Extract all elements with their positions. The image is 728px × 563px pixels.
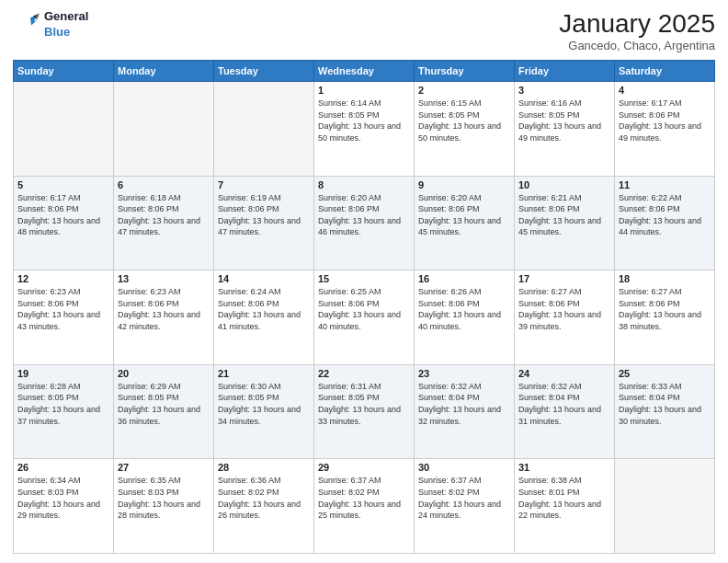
day-info: Sunrise: 6:24 AMSunset: 8:06 PMDaylight:… — [218, 287, 301, 331]
day-number: 21 — [218, 368, 310, 379]
day-number: 10 — [518, 179, 610, 190]
day-number: 28 — [218, 462, 310, 473]
table-row: 7 Sunrise: 6:19 AMSunset: 8:06 PMDayligh… — [214, 176, 314, 270]
weekday-header-row: Sunday Monday Tuesday Wednesday Thursday… — [14, 61, 715, 82]
day-info: Sunrise: 6:17 AMSunset: 8:06 PMDaylight:… — [619, 98, 701, 143]
day-number: 1 — [318, 85, 410, 96]
day-info: Sunrise: 6:15 AMSunset: 8:05 PMDaylight:… — [418, 98, 501, 143]
day-info: Sunrise: 6:14 AMSunset: 8:05 PMDaylight:… — [318, 98, 401, 143]
calendar-week-row: 19 Sunrise: 6:28 AMSunset: 8:05 PMDaylig… — [14, 364, 715, 459]
table-row: 10 Sunrise: 6:21 AMSunset: 8:06 PMDaylig… — [515, 176, 615, 270]
table-row: 13 Sunrise: 6:23 AMSunset: 8:06 PMDaylig… — [114, 270, 214, 365]
month-title: January 2025 — [559, 9, 715, 39]
day-number: 19 — [17, 368, 109, 379]
table-row: 15 Sunrise: 6:25 AMSunset: 8:06 PMDaylig… — [314, 270, 415, 365]
day-number: 13 — [118, 273, 210, 284]
calendar-week-row: 26 Sunrise: 6:34 AMSunset: 8:03 PMDaylig… — [14, 459, 715, 554]
table-row: 11 Sunrise: 6:22 AMSunset: 8:06 PMDaylig… — [615, 176, 715, 270]
calendar-week-row: 12 Sunrise: 6:23 AMSunset: 8:06 PMDaylig… — [14, 270, 715, 365]
title-section: January 2025 Gancedo, Chaco, Argentina — [559, 9, 715, 52]
day-info: Sunrise: 6:27 AMSunset: 8:06 PMDaylight:… — [619, 287, 701, 331]
table-row — [615, 459, 715, 554]
day-number: 12 — [17, 273, 109, 284]
day-number: 24 — [518, 368, 610, 379]
day-number: 31 — [518, 462, 610, 473]
day-number: 20 — [118, 368, 210, 379]
day-number: 9 — [418, 179, 510, 190]
day-info: Sunrise: 6:38 AMSunset: 8:01 PMDaylight:… — [518, 476, 601, 520]
day-number: 3 — [518, 85, 610, 96]
table-row: 20 Sunrise: 6:29 AMSunset: 8:05 PMDaylig… — [114, 364, 214, 459]
page: General Blue January 2025 Gancedo, Chaco… — [0, 0, 728, 563]
day-number: 5 — [17, 179, 109, 190]
table-row: 29 Sunrise: 6:37 AMSunset: 8:02 PMDaylig… — [314, 459, 415, 554]
day-info: Sunrise: 6:19 AMSunset: 8:06 PMDaylight:… — [218, 193, 301, 237]
header-monday: Monday — [114, 61, 214, 82]
day-number: 23 — [418, 368, 510, 379]
table-row — [214, 82, 314, 177]
day-info: Sunrise: 6:25 AMSunset: 8:06 PMDaylight:… — [318, 287, 401, 331]
calendar-week-row: 1 Sunrise: 6:14 AMSunset: 8:05 PMDayligh… — [14, 82, 715, 177]
table-row: 1 Sunrise: 6:14 AMSunset: 8:05 PMDayligh… — [314, 82, 415, 177]
table-row: 17 Sunrise: 6:27 AMSunset: 8:06 PMDaylig… — [515, 270, 615, 365]
calendar-table: Sunday Monday Tuesday Wednesday Thursday… — [13, 60, 715, 554]
logo-blue: Blue — [44, 25, 88, 40]
day-info: Sunrise: 6:29 AMSunset: 8:05 PMDaylight:… — [118, 382, 200, 426]
table-row: 28 Sunrise: 6:36 AMSunset: 8:02 PMDaylig… — [214, 459, 314, 554]
day-number: 29 — [318, 462, 410, 473]
table-row: 21 Sunrise: 6:30 AMSunset: 8:05 PMDaylig… — [214, 364, 314, 459]
day-number: 18 — [619, 273, 711, 284]
day-number: 15 — [318, 273, 410, 284]
header: General Blue January 2025 Gancedo, Chaco… — [13, 9, 715, 52]
day-number: 8 — [318, 179, 410, 190]
day-info: Sunrise: 6:36 AMSunset: 8:02 PMDaylight:… — [218, 476, 301, 520]
day-info: Sunrise: 6:16 AMSunset: 8:05 PMDaylight:… — [518, 98, 601, 143]
table-row: 19 Sunrise: 6:28 AMSunset: 8:05 PMDaylig… — [14, 364, 114, 459]
day-info: Sunrise: 6:23 AMSunset: 8:06 PMDaylight:… — [118, 287, 200, 331]
header-wednesday: Wednesday — [314, 61, 415, 82]
table-row: 8 Sunrise: 6:20 AMSunset: 8:06 PMDayligh… — [314, 176, 415, 270]
day-number: 17 — [518, 273, 610, 284]
day-number: 7 — [218, 179, 310, 190]
logo: General Blue — [13, 9, 88, 40]
day-info: Sunrise: 6:21 AMSunset: 8:06 PMDaylight:… — [518, 193, 601, 237]
day-info: Sunrise: 6:20 AMSunset: 8:06 PMDaylight:… — [418, 193, 501, 237]
table-row: 12 Sunrise: 6:23 AMSunset: 8:06 PMDaylig… — [14, 270, 114, 365]
day-number: 2 — [418, 85, 510, 96]
day-info: Sunrise: 6:17 AMSunset: 8:06 PMDaylight:… — [17, 193, 100, 237]
table-row: 22 Sunrise: 6:31 AMSunset: 8:05 PMDaylig… — [314, 364, 415, 459]
day-number: 30 — [418, 462, 510, 473]
day-number: 26 — [17, 462, 109, 473]
day-info: Sunrise: 6:35 AMSunset: 8:03 PMDaylight:… — [118, 476, 200, 520]
day-info: Sunrise: 6:28 AMSunset: 8:05 PMDaylight:… — [17, 382, 100, 426]
table-row: 6 Sunrise: 6:18 AMSunset: 8:06 PMDayligh… — [114, 176, 214, 270]
day-number: 27 — [118, 462, 210, 473]
table-row: 9 Sunrise: 6:20 AMSunset: 8:06 PMDayligh… — [415, 176, 515, 270]
table-row: 25 Sunrise: 6:33 AMSunset: 8:04 PMDaylig… — [615, 364, 715, 459]
day-info: Sunrise: 6:37 AMSunset: 8:02 PMDaylight:… — [418, 476, 501, 520]
day-info: Sunrise: 6:37 AMSunset: 8:02 PMDaylight:… — [318, 476, 401, 520]
day-info: Sunrise: 6:18 AMSunset: 8:06 PMDaylight:… — [118, 193, 200, 237]
day-info: Sunrise: 6:33 AMSunset: 8:04 PMDaylight:… — [619, 382, 701, 426]
day-info: Sunrise: 6:22 AMSunset: 8:06 PMDaylight:… — [619, 193, 701, 237]
day-info: Sunrise: 6:20 AMSunset: 8:06 PMDaylight:… — [318, 193, 401, 237]
day-info: Sunrise: 6:27 AMSunset: 8:06 PMDaylight:… — [518, 287, 601, 331]
table-row: 3 Sunrise: 6:16 AMSunset: 8:05 PMDayligh… — [515, 82, 615, 177]
table-row: 5 Sunrise: 6:17 AMSunset: 8:06 PMDayligh… — [14, 176, 114, 270]
table-row: 2 Sunrise: 6:15 AMSunset: 8:05 PMDayligh… — [415, 82, 515, 177]
day-info: Sunrise: 6:23 AMSunset: 8:06 PMDaylight:… — [17, 287, 100, 331]
day-number: 6 — [118, 179, 210, 190]
location: Gancedo, Chaco, Argentina — [559, 39, 715, 52]
table-row: 27 Sunrise: 6:35 AMSunset: 8:03 PMDaylig… — [114, 459, 214, 554]
day-number: 4 — [619, 85, 711, 96]
header-saturday: Saturday — [615, 61, 715, 82]
table-row: 14 Sunrise: 6:24 AMSunset: 8:06 PMDaylig… — [214, 270, 314, 365]
logo-general: General — [44, 9, 88, 25]
table-row: 26 Sunrise: 6:34 AMSunset: 8:03 PMDaylig… — [14, 459, 114, 554]
day-info: Sunrise: 6:34 AMSunset: 8:03 PMDaylight:… — [17, 476, 100, 520]
table-row: 24 Sunrise: 6:32 AMSunset: 8:04 PMDaylig… — [515, 364, 615, 459]
day-info: Sunrise: 6:30 AMSunset: 8:05 PMDaylight:… — [218, 382, 301, 426]
day-info: Sunrise: 6:31 AMSunset: 8:05 PMDaylight:… — [318, 382, 401, 426]
table-row: 30 Sunrise: 6:37 AMSunset: 8:02 PMDaylig… — [415, 459, 515, 554]
table-row: 31 Sunrise: 6:38 AMSunset: 8:01 PMDaylig… — [515, 459, 615, 554]
